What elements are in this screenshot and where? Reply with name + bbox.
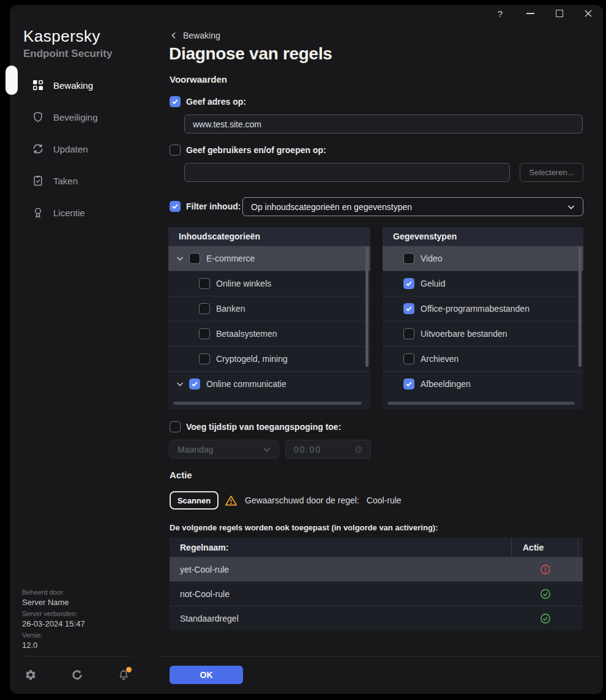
users-checkbox-row[interactable]: Geef gebruikers en/of groepen op: [170,145,326,156]
address-checkbox-row[interactable]: Geef adres op: [170,96,246,107]
category-row-betaalsystemen[interactable]: Betaalsystemen [168,321,370,346]
datatype-row-office[interactable]: Office-programmabestanden [383,296,583,321]
settings-button[interactable] [24,669,37,681]
check-icon [171,203,179,210]
datatype-checkbox[interactable] [403,378,414,390]
datatype-row-video[interactable]: Video [383,246,583,271]
chevron-down-icon[interactable] [176,380,184,388]
datatype-row-uitvoerbaar[interactable]: Uitvoerbare bestanden [383,321,583,346]
categories-panel-header: Inhoudscategorieën [168,227,370,246]
section-actie: Actie [170,470,192,480]
time-input[interactable]: 00:00 [285,440,371,459]
app-window: ? Kaspersky Endpoint Security Bewaking B… [10,5,603,694]
sidebar-divider [22,656,132,657]
version-label: Versie: [22,631,144,639]
vertical-scrollbar[interactable] [365,247,368,367]
sidebar-item-label: Licentie [53,208,85,218]
filter-checkbox[interactable] [170,201,181,212]
support-button[interactable] [71,669,83,681]
section-voorwaarden: Voorwaarden [170,74,227,85]
datatypes-panel: Gegevenstypen Video Geluid Office-progra… [383,227,583,409]
category-row-online-communicatie[interactable]: Online communicatie [168,371,370,396]
datatype-row-geluid[interactable]: Geluid [383,271,583,296]
close-icon [584,9,593,18]
minimize-button[interactable] [524,7,536,20]
sidebar-item-taken[interactable]: Taken [10,165,159,197]
rule-row-not-cool-rule[interactable]: not-Cool-rule [170,581,583,606]
users-input[interactable] [184,163,510,182]
warning-row: Gewaarschuwd door de regel: Cool-rule [225,494,402,507]
datatypes-panel-header: Gegevenstypen [383,227,583,246]
notification-dot [126,667,132,672]
sidebar-item-updaten[interactable]: Updaten [10,133,159,165]
category-checkbox[interactable] [189,378,200,390]
column-actie: Actie [511,538,544,557]
chevron-down-icon[interactable] [176,255,184,262]
category-label: Online communicatie [206,379,286,389]
license-icon [32,206,44,219]
filter-mode-select[interactable]: Op inhoudscategorieën en gegevenstypen [242,197,583,216]
select-users-button[interactable]: Selecteren... [520,163,583,182]
datatype-checkbox[interactable] [403,303,414,314]
column-gutter [578,538,578,557]
category-row-online-winkels[interactable]: Online winkels [168,271,370,296]
category-label: Cryptogeld, mining [216,354,288,364]
scan-button[interactable]: Scannen [170,491,219,510]
error-status-icon [540,564,551,575]
horizontal-scrollbar[interactable] [173,402,362,405]
datatype-row-afbeeldingen[interactable]: Afbeeldingen [383,371,583,396]
address-checkbox[interactable] [170,96,181,107]
datatype-checkbox[interactable] [403,353,414,364]
sidebar-item-licentie[interactable]: Licentie [10,197,159,228]
sidebar-item-bewaking[interactable]: Bewaking [10,69,159,101]
clock-icon [355,446,362,453]
management-info: Beheerd door: Server Name Server verbond… [22,585,144,650]
datatype-checkbox[interactable] [403,253,414,264]
horizontal-scrollbar[interactable] [387,402,575,405]
vertical-scrollbar[interactable] [578,247,582,367]
time-checkbox-label: Voeg tijdstip van toegangspoging toe: [186,422,341,432]
users-checkbox-label: Geef gebruikers en/of groepen op: [186,145,326,155]
datatype-row-archieven[interactable]: Archieven [383,346,583,371]
breadcrumb[interactable]: Bewaking [170,31,220,40]
ok-status-icon [540,589,551,600]
brand: Kaspersky Endpoint Security [23,27,112,60]
datatype-label: Afbeeldingen [421,379,471,389]
rule-row-standaardregel[interactable]: Standaardregel [170,606,583,630]
help-button[interactable]: ? [494,7,506,20]
time-checkbox-row[interactable]: Voeg tijdstip van toegangspoging toe: [170,421,341,432]
footer-divider [159,656,603,657]
filter-checkbox-row[interactable]: Filter inhoud: [170,201,241,212]
category-checkbox[interactable] [199,353,210,364]
sidebar-item-beveiliging[interactable]: Beveiliging [10,101,159,133]
category-row-cryptogeld[interactable]: Cryptogeld, mining [168,346,370,371]
datatype-label: Uitvoerbare bestanden [421,329,507,339]
category-checkbox[interactable] [199,278,210,289]
time-checkbox[interactable] [170,421,181,432]
address-input[interactable]: www.test.site.com [184,115,583,134]
server-connected-value: 26-03-2024 15:47 [22,619,144,628]
users-checkbox[interactable] [170,145,181,156]
category-row-ecommerce[interactable]: E-commerce [168,246,370,271]
sidebar-item-label: Updaten [53,144,88,154]
filter-checkbox-label: Filter inhoud: [186,201,241,211]
category-checkbox[interactable] [199,328,210,339]
categories-panel: Inhoudscategorieën E-commerce Online win… [168,227,370,409]
ok-button[interactable]: OK [170,666,243,684]
datatype-label: Office-programmabestanden [421,304,529,314]
chevron-down-icon [263,446,271,453]
category-checkbox[interactable] [189,253,200,264]
rule-row-yet-cool-rule[interactable]: yet-Cool-rule [170,557,583,581]
category-checkbox[interactable] [199,303,210,314]
datatype-checkbox[interactable] [403,328,414,339]
datatype-checkbox[interactable] [403,278,414,289]
notifications-button[interactable] [118,669,130,681]
day-select[interactable]: Maandag [169,440,279,459]
warning-label: Gewaarschuwd door de regel: [245,495,359,505]
check-icon [405,380,413,388]
maximize-button[interactable] [553,7,566,20]
close-button[interactable] [582,7,594,20]
category-row-banken[interactable]: Banken [168,296,370,321]
managed-by-label: Beheerd door: [22,589,144,596]
shield-icon [32,111,44,123]
